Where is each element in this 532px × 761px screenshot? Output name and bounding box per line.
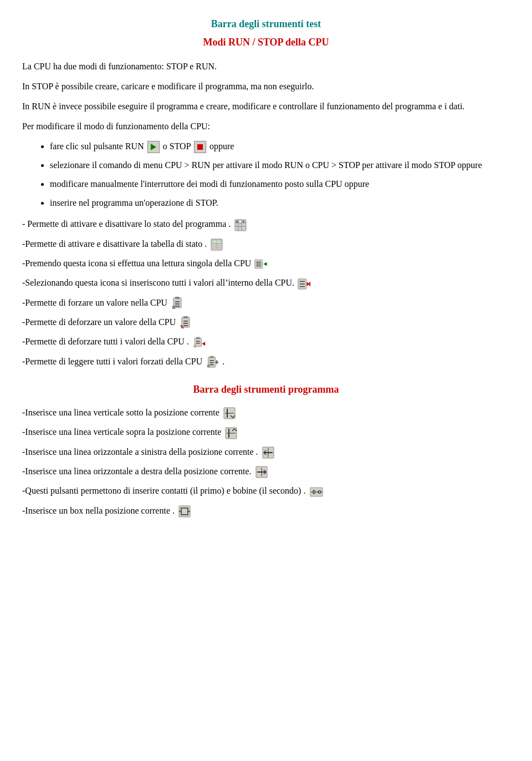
contact-icon[interactable]: [310, 485, 323, 499]
line-2: -Permette di attivare e disattivare la t…: [22, 237, 510, 251]
read-forced-icon[interactable]: [206, 356, 219, 369]
section-2-title: Barra degli strumenti programma: [22, 382, 510, 397]
deforce-all-icon[interactable]: [192, 336, 206, 349]
bullet-list: fare clic sul pulsante RUN o STOP oppure…: [50, 140, 510, 210]
svg-rect-46: [207, 365, 210, 368]
insert-box-icon[interactable]: [178, 505, 191, 518]
svg-rect-28: [172, 306, 175, 309]
insert-horizontal-right-icon[interactable]: [255, 465, 268, 479]
svg-rect-7: [243, 221, 244, 222]
insert-vertical-below-icon[interactable]: [223, 407, 236, 420]
bullet1-text: fare clic sul pulsante RUN: [50, 141, 144, 151]
section-title: Modi RUN / STOP della CPU: [22, 35, 510, 50]
prog-line-6: -Inserisce un box nella posizione corren…: [22, 504, 510, 518]
svg-rect-24: [175, 297, 180, 299]
svg-rect-37: [196, 337, 200, 338]
line-3: -Premendo questa icona si effettua una l…: [22, 257, 510, 271]
paragraph-1: La CPU ha due modi di funzionamento: STO…: [22, 60, 510, 73]
prog-line-1: -Inserisce una linea verticale sotto la …: [22, 406, 510, 420]
line-5: -Permette di forzare un valore nella CPU: [22, 296, 510, 310]
svg-rect-30: [183, 316, 188, 318]
force-value-icon[interactable]: [171, 297, 184, 310]
state-table-icon[interactable]: [210, 238, 223, 251]
prog-line-5: -Questi pulsanti permettono di inserire …: [22, 484, 510, 498]
bullet1b-text: o STOP: [163, 141, 191, 151]
svg-rect-40: [193, 344, 196, 347]
paragraph-2: In STOP è possibile creare, caricare e m…: [22, 80, 510, 93]
insert-vertical-above-icon[interactable]: [224, 427, 238, 440]
paragraph-3: In RUN è invece possibile eseguire il pr…: [22, 100, 510, 113]
state-program-icon[interactable]: [234, 219, 247, 232]
line-4: -Selezionando questa icona si inseriscon…: [22, 276, 510, 290]
prog-line-3: -Inserisce una linea orizzontale a sinis…: [22, 445, 510, 459]
line-1: - Permette di attivare e disattivare lo …: [22, 217, 510, 231]
deforce-value-icon[interactable]: [179, 316, 192, 329]
line-6: -Permette di deforzare un valore della C…: [22, 316, 510, 329]
run-icon[interactable]: [147, 141, 160, 153]
paragraph-4: Per modificare il modo di funzionamento …: [22, 120, 510, 133]
bullet-item-3: modificare manualmente l'interruttore de…: [50, 177, 510, 191]
bullet-item-1: fare clic sul pulsante RUN o STOP oppure: [50, 140, 510, 153]
svg-rect-5: [236, 221, 238, 222]
single-read-icon[interactable]: [254, 257, 268, 271]
bullet1c-text: oppure: [209, 141, 234, 151]
bullet-item-4: inserire nel programma un'operazione di …: [50, 196, 510, 210]
line-7: -Permette di deforzare tutti i valori de…: [22, 335, 510, 349]
page-title: Barra degli strumenti test: [22, 17, 510, 32]
prog-line-2: -Inserisce una linea verticale sopra la …: [22, 425, 510, 439]
insert-all-icon[interactable]: [298, 277, 311, 291]
svg-rect-42: [210, 356, 214, 358]
svg-rect-6: [239, 221, 241, 222]
bullet-item-2: selezionare il comando di menu CPU > RUN…: [50, 159, 510, 172]
insert-horizontal-left-icon[interactable]: [262, 446, 275, 459]
stop-icon[interactable]: [194, 141, 206, 153]
line-8: -Permette di leggere tutti i valori forz…: [22, 355, 510, 369]
prog-line-4: -Inserisce una linea orizzontale a destr…: [22, 465, 510, 479]
